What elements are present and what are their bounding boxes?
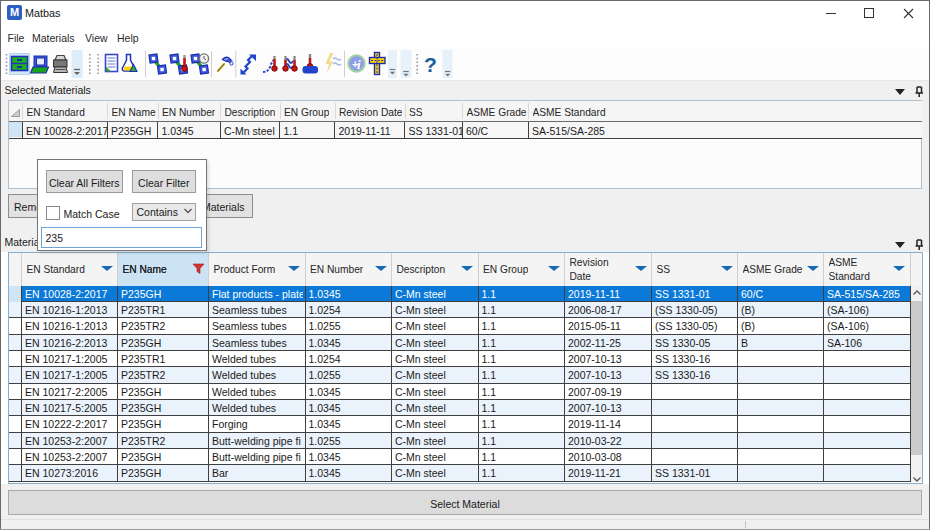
svg-text:?: ? (424, 53, 437, 76)
svg-text:i: i (357, 57, 361, 72)
